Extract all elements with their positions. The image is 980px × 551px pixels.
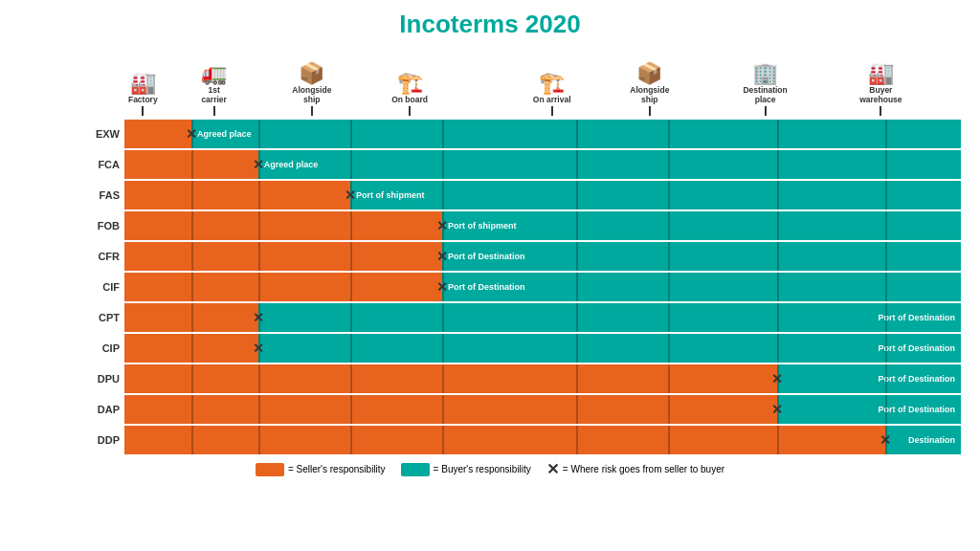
teal-seg-cpt: Port of Destination (258, 303, 961, 332)
x-marker-exw: ✕ (186, 127, 197, 141)
x-marker-fca: ✕ (253, 158, 264, 171)
vertical-line (258, 211, 260, 240)
vertical-line (576, 303, 578, 332)
icon-alongside2: 📦 (636, 63, 662, 84)
vertical-line (668, 334, 670, 363)
header-label-destplace: Destination place (743, 86, 787, 104)
vertical-line (258, 364, 260, 393)
orange-seg-cif (124, 273, 442, 301)
header-label-onboard: On board (391, 96, 428, 104)
header-factory: 🏭Factory (114, 73, 171, 116)
vertical-line (777, 303, 779, 332)
row-bars-cif: Port of Destination✕ (124, 273, 961, 301)
vertical-line (442, 426, 444, 454)
vertical-line (576, 211, 578, 240)
row-label-dpu: DPU (72, 373, 124, 385)
row-bars-cpt: Port of Destination✕ (124, 303, 961, 332)
vertical-line (576, 426, 578, 454)
teal-seg-fob: Port of shipment (442, 211, 961, 240)
header-carrier1: 🚛1st carrier (186, 63, 243, 116)
vertical-line (350, 150, 352, 179)
vertical-line (885, 242, 887, 271)
row-label-cif: CIF (72, 281, 124, 293)
icon-buyerwh: 🏭 (868, 63, 894, 84)
row-bars-dpu: Port of Destination✕ (124, 364, 961, 393)
vertical-line (350, 211, 352, 240)
vertical-line (668, 273, 670, 301)
vertical-line (576, 181, 578, 209)
vertical-line (576, 242, 578, 271)
legend-x: ✕ = Where risk goes from seller to buyer (546, 460, 724, 478)
row-label-cpt: CPT (72, 312, 124, 323)
teal-seg-dpu: Port of Destination (777, 364, 961, 393)
vertical-line (885, 303, 887, 332)
x-marker-fas: ✕ (345, 188, 356, 202)
icon-carrier1: 🚛 (201, 63, 227, 84)
vertical-line (668, 181, 670, 209)
vertical-line (885, 334, 887, 363)
vertical-line (777, 150, 779, 179)
row-bars-cfr: Port of Destination✕ (124, 242, 961, 271)
vertical-line (191, 395, 193, 424)
header-label-alongside: Alongside ship (292, 86, 331, 104)
vertical-line (885, 211, 887, 240)
vertical-line (668, 426, 670, 454)
orange-seg-fob (124, 211, 442, 240)
main-container: Incoterms 2020 🏭Factory🚛1st carrier📦Alon… (0, 0, 980, 551)
vertical-line (777, 181, 779, 209)
header-onboard: 🏗️On board (381, 73, 438, 116)
teal-text-dpu: Port of Destination (878, 374, 955, 384)
vertical-line (777, 426, 779, 454)
labels-column (19, 47, 72, 454)
header-buyerwh: 🏭Buyer warehouse (852, 63, 909, 116)
vertical-line (191, 303, 193, 332)
row-label-cfr: CFR (72, 251, 124, 262)
legend-buyer: = Buyer's responsibility (401, 463, 531, 476)
vertical-line (576, 273, 578, 301)
icon-alongside: 📦 (299, 63, 324, 84)
vertical-line (668, 242, 670, 271)
row-label-ddp: DDP (72, 434, 124, 446)
chart-area: 🏭Factory🚛1st carrier📦Alongside ship🏗️On … (19, 47, 961, 454)
vertical-line (777, 273, 779, 301)
header-label-factory: Factory (128, 96, 158, 104)
vertical-line (191, 364, 193, 393)
vertical-line (885, 120, 887, 148)
vertical-line (258, 120, 260, 148)
icon-destplace: 🏢 (752, 63, 778, 84)
teal-seg-fca: Agreed place (258, 150, 961, 179)
vertical-line (442, 334, 444, 363)
vertical-line (191, 334, 193, 363)
table-row: CIFPort of Destination✕ (72, 273, 961, 301)
vertical-line (576, 364, 578, 393)
vertical-line (191, 426, 193, 454)
teal-text-ddp: Destination (908, 435, 955, 445)
x-marker-cpt: ✕ (253, 311, 264, 324)
teal-seg-cif: Port of Destination (442, 273, 961, 301)
vertical-line (442, 303, 444, 332)
main-chart: 🏭Factory🚛1st carrier📦Alongside ship🏗️On … (72, 47, 961, 454)
header-label-carrier1: 1st carrier (201, 86, 226, 104)
header-destplace: 🏢Destination place (737, 63, 794, 116)
teal-text-cip: Port of Destination (878, 343, 955, 353)
teal-text-cif: Port of Destination (448, 282, 525, 292)
vertical-line (885, 181, 887, 209)
table-row: DPUPort of Destination✕ (72, 364, 961, 393)
teal-seg-ddp: Destination (885, 426, 961, 454)
header-alongside2: 📦Alongside ship (621, 63, 679, 116)
x-marker-ddp: ✕ (880, 433, 891, 447)
table-row: DDPDestination✕ (72, 426, 961, 454)
vertical-line (576, 120, 578, 148)
row-label-fas: FAS (72, 189, 124, 201)
header-label-alongside2: Alongside ship (630, 86, 669, 104)
vertical-line (777, 211, 779, 240)
header-onarrival: 🏗️On arrival (523, 73, 581, 116)
legend-teal-swatch (401, 463, 430, 476)
vertical-line (668, 150, 670, 179)
row-bars-ddp: Destination✕ (124, 426, 961, 454)
vertical-line (258, 181, 260, 209)
table-row: DAPPort of Destination✕ (72, 395, 961, 424)
vertical-line (191, 211, 193, 240)
row-bars-dap: Port of Destination✕ (124, 395, 961, 424)
vertical-line (885, 395, 887, 424)
